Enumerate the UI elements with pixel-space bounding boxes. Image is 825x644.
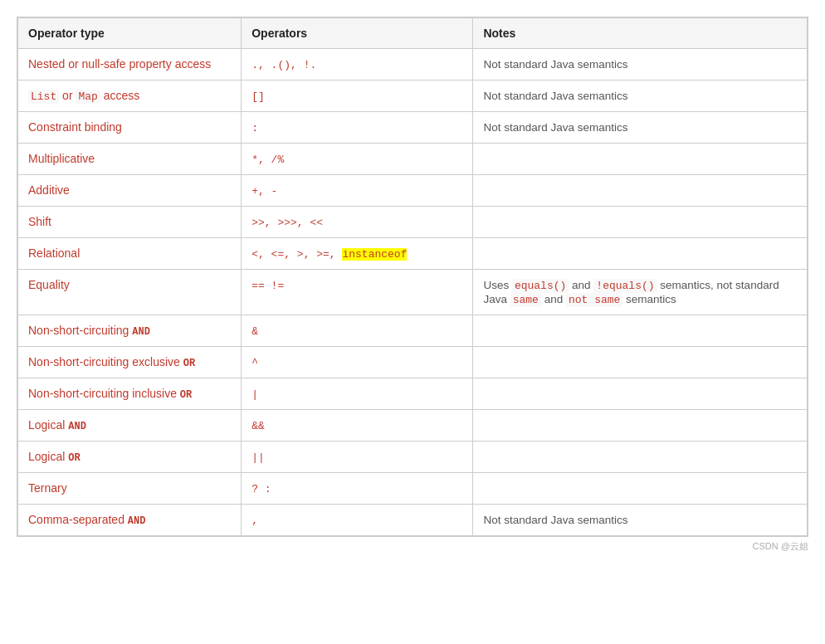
cell-notes (473, 410, 808, 442)
cell-notes: Not standard Java semantics (473, 49, 808, 80)
code-notequals: !equals() (593, 279, 657, 293)
cell-type: Logical AND (18, 410, 242, 442)
watermark: CSDN @云姐 (17, 540, 808, 553)
table-row: Non-short-circuiting inclusive OR | (18, 378, 808, 410)
type-label: Logical (28, 450, 68, 463)
code-notsame: not same (566, 293, 622, 307)
table-row: Comma-separated AND , Not standard Java … (18, 505, 808, 536)
cell-operators: +, - (242, 175, 473, 207)
type-code-map: Map (76, 90, 100, 104)
type-keyword: AND (128, 515, 146, 527)
type-label: Comma-separated (28, 513, 128, 526)
code-equals: equals() (512, 279, 569, 293)
cell-type: Shift (18, 207, 242, 238)
table-row: Ternary ? : (18, 473, 808, 505)
cell-operators: ^ (242, 347, 473, 378)
type-label: Non-short-circuiting inclusive (28, 387, 180, 400)
cell-notes (473, 347, 808, 378)
table-row: Multiplicative *, /% (18, 144, 808, 175)
cell-operators: *, /% (242, 144, 473, 175)
type-keyword: AND (132, 326, 150, 338)
operators-value: : (251, 122, 258, 134)
operators-value: +, - (251, 185, 277, 198)
code-same: same (510, 293, 541, 307)
type-label: Constraint binding (28, 120, 122, 134)
table-row: Relational <, <=, >, >=, instanceof (18, 238, 808, 270)
cell-operators: ? : (242, 473, 473, 505)
type-label: Additive (28, 183, 70, 197)
operators-value: >>, >>>, << (251, 217, 323, 229)
cell-notes: Not standard Java semantics (473, 505, 808, 536)
table-row: Non-short-circuiting exclusive OR ^ (18, 347, 808, 378)
table-row: Additive +, - (18, 175, 808, 207)
cell-notes (473, 442, 808, 473)
operators-value: ., .(), !. (251, 59, 316, 71)
cell-notes (473, 175, 808, 207)
table-header-row: Operator type Operators Notes (18, 18, 808, 49)
operators-value: || (251, 451, 265, 464)
cell-type: Relational (18, 238, 242, 270)
cell-notes: Uses equals() and !equals() semantics, n… (473, 270, 808, 315)
cell-operators: && (242, 410, 473, 442)
operators-highlighted: instanceof (342, 248, 407, 261)
cell-type: Logical OR (18, 442, 242, 473)
operators-value: [] (251, 90, 265, 103)
cell-operators: ., .(), !. (242, 49, 473, 80)
cell-operators: : (242, 112, 473, 144)
cell-operators: <, <=, >, >=, instanceof (242, 238, 473, 270)
notes-value: Not standard Java semantics (483, 514, 627, 526)
table-row: Logical OR || (18, 442, 808, 473)
type-label: Ternary (28, 481, 67, 495)
type-label: Nested or null-safe property access (28, 57, 211, 71)
cell-operators: || (242, 442, 473, 473)
header-operators: Operators (242, 18, 473, 49)
operators-value: *, /% (251, 154, 284, 166)
operator-table-container: Operator type Operators Notes Nested or … (17, 17, 808, 537)
cell-notes (473, 207, 808, 238)
operator-table: Operator type Operators Notes Nested or … (17, 17, 808, 536)
operators-value: && (251, 420, 265, 432)
cell-operators: [] (242, 80, 473, 112)
table-row: Nested or null-safe property access ., .… (18, 49, 808, 80)
cell-notes (473, 238, 808, 270)
header-notes: Notes (473, 18, 808, 49)
table-row: Constraint binding : Not standard Java s… (18, 112, 808, 144)
cell-type: Ternary (18, 473, 242, 505)
header-operator-type: Operator type (18, 18, 242, 49)
cell-type: Multiplicative (18, 144, 242, 175)
operators-value: ^ (251, 357, 258, 369)
type-keyword: OR (68, 452, 80, 464)
notes-value: Not standard Java semantics (483, 58, 627, 71)
cell-notes (473, 473, 808, 505)
type-label: Multiplicative (28, 152, 95, 165)
notes-equality: Uses equals() and !equals() semantics, n… (483, 279, 779, 305)
cell-notes (473, 144, 808, 175)
cell-type: Constraint binding (18, 112, 242, 144)
type-label: Relational (28, 246, 80, 260)
cell-notes: Not standard Java semantics (473, 80, 808, 112)
cell-type: Non-short-circuiting inclusive OR (18, 378, 242, 410)
cell-type: Comma-separated AND (18, 505, 242, 536)
type-keyword: OR (183, 358, 195, 369)
type-label-suffix: access (104, 89, 140, 102)
cell-operators: , (242, 505, 473, 536)
type-keyword: OR (180, 389, 192, 401)
operators-value: & (251, 325, 258, 338)
operators-before: <, <=, >, >=, (251, 248, 342, 261)
cell-type: Equality (18, 270, 242, 315)
cell-type: Nested or null-safe property access (18, 49, 242, 80)
cell-notes: Not standard Java semantics (473, 112, 808, 144)
cell-operators: | (242, 378, 473, 410)
type-label: Shift (28, 215, 51, 228)
type-label: or (62, 89, 76, 102)
cell-operators: >>, >>>, << (242, 207, 473, 238)
cell-type: List or Map access (18, 80, 242, 112)
cell-operators: & (242, 315, 473, 347)
table-row: Logical AND && (18, 410, 808, 442)
cell-type: Non-short-circuiting AND (18, 315, 242, 347)
table-row: Non-short-circuiting AND & (18, 315, 808, 347)
type-label: Logical (28, 418, 68, 432)
table-row: Equality == != Uses equals() and !equals… (18, 270, 808, 315)
notes-value: Not standard Java semantics (483, 90, 627, 102)
type-label: Non-short-circuiting exclusive (28, 355, 183, 368)
